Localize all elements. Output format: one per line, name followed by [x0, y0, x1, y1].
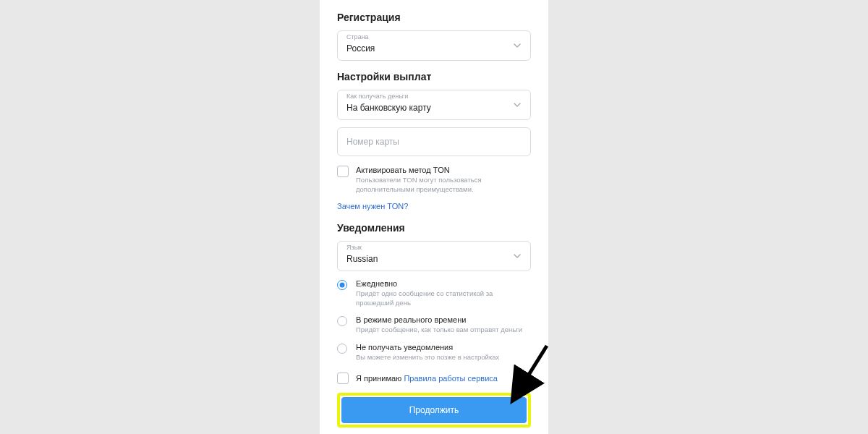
terms-prefix: Я принимаю: [356, 374, 404, 383]
country-select[interactable]: Страна Россия: [337, 30, 531, 61]
terms-row: Я принимаю Правила работы сервиса: [337, 372, 531, 384]
continue-button[interactable]: Продолжить: [341, 397, 527, 423]
radio-none[interactable]: [337, 344, 347, 354]
radio-daily-title: Ежедневно: [356, 278, 531, 289]
chevron-down-icon: [513, 41, 522, 50]
ton-checkbox[interactable]: [337, 166, 349, 177]
radio-daily[interactable]: [337, 280, 347, 290]
terms-text: Я принимаю Правила работы сервиса: [356, 374, 498, 383]
ton-info-link[interactable]: Зачем нужен TON?: [337, 202, 408, 210]
payout-title: Настройки выплат: [337, 71, 531, 82]
country-value: Россия: [346, 43, 375, 54]
radio-none-title: Не получать уведомления: [356, 342, 531, 352]
notifications-title: Уведомления: [337, 222, 531, 234]
language-label: Язык: [346, 244, 362, 251]
terms-checkbox[interactable]: [337, 373, 349, 384]
radio-realtime[interactable]: [337, 316, 347, 326]
continue-highlight: Продолжить: [337, 393, 531, 427]
registration-title: Регистрация: [337, 12, 531, 23]
notification-option-daily[interactable]: Ежедневно Придёт одно сообщение со стати…: [337, 278, 531, 307]
ton-desc: Пользователи TON могут пользоваться допо…: [356, 176, 531, 195]
payout-method-label: Как получать деньги: [346, 93, 408, 100]
radio-daily-desc: Придёт одно сообщение со статистикой за …: [356, 289, 531, 307]
radio-realtime-desc: Придёт сообщение, как только вам отправя…: [356, 326, 531, 334]
language-select[interactable]: Язык Russian: [337, 241, 531, 271]
chevron-down-icon: [513, 101, 522, 109]
payout-method-value: На банковскую карту: [346, 103, 431, 113]
terms-link[interactable]: Правила работы сервиса: [404, 374, 497, 383]
country-label: Страна: [346, 33, 369, 41]
notification-option-none[interactable]: Не получать уведомления Вы можете измени…: [337, 342, 531, 362]
radio-none-desc: Вы можете изменить это позже в настройка…: [356, 353, 531, 362]
card-number-input[interactable]: [337, 127, 531, 156]
ton-text: Активировать метод TON Пользователи TON …: [356, 165, 531, 195]
chevron-down-icon: [513, 252, 522, 260]
radio-realtime-title: В режиме реального времени: [356, 315, 531, 325]
language-value: Russian: [346, 254, 378, 264]
registration-card: Регистрация Страна Россия Настройки выпл…: [320, 0, 548, 434]
notification-option-realtime[interactable]: В режиме реального времени Придёт сообще…: [337, 315, 531, 335]
ton-title: Активировать метод TON: [356, 165, 531, 175]
ton-checkbox-row: Активировать метод TON Пользователи TON …: [337, 165, 531, 195]
payout-method-select[interactable]: Как получать деньги На банковскую карту: [337, 90, 531, 120]
